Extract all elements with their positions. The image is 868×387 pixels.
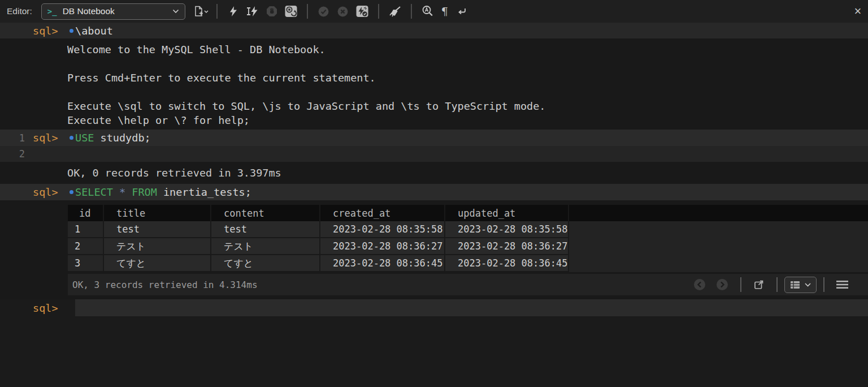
editor-label: Editor: [7, 6, 32, 16]
grid-view-icon [790, 280, 800, 290]
empty-editor-line[interactable]: 2 [0, 146, 868, 162]
sql-keyword: SELECT [75, 186, 113, 198]
current-line-highlight[interactable] [75, 299, 868, 316]
column-header-created-at[interactable]: created_at [320, 205, 445, 221]
use-result: OK, 0 records retrieved in 3.397ms [0, 162, 868, 184]
command-line-use[interactable]: 1 sql> USE studydb; [0, 130, 868, 146]
column-header-updated-at[interactable]: updated_at [445, 205, 569, 221]
sql-keyword: USE [75, 132, 94, 144]
table-cell[interactable]: テスト [211, 238, 320, 255]
row-filler [569, 255, 868, 272]
toolbar-separator [411, 4, 412, 19]
results-table: id title content created_at updated_at 1… [68, 205, 868, 295]
notebook-area: sql> \about Welcome to the MySQL Shell -… [0, 23, 868, 387]
stop-execution-button[interactable] [262, 3, 281, 20]
result-menu-button[interactable] [836, 280, 848, 290]
table-cell[interactable]: 2023-02-28 08:35:58 [320, 221, 445, 238]
find-button[interactable] [418, 3, 437, 20]
sql-prompt: sql> [33, 25, 68, 37]
sql-keyword: FROM [132, 186, 157, 198]
table-cell[interactable]: てすと [104, 255, 211, 272]
table-row[interactable]: 2 テスト テスト 2023-02-28 08:36:27 2023-02-28… [68, 238, 868, 255]
select-result: id title content created_at updated_at 1… [0, 200, 868, 299]
about-result: Welcome to the MySQL Shell - DB Notebook… [0, 38, 868, 130]
db-notebook-app: Editor: >_ DB Notebook [0, 0, 868, 387]
table-body: 1 test test 2023-02-28 08:35:58 2023-02-… [68, 221, 868, 272]
command-text: \about [75, 25, 113, 37]
terminal-icon: >_ [47, 7, 57, 16]
table-cell[interactable]: test [104, 221, 211, 238]
footer-separator [776, 277, 778, 292]
table-row[interactable]: 1 test test 2023-02-28 08:35:58 2023-02-… [68, 221, 868, 238]
word-wrap-button[interactable] [452, 3, 471, 20]
sql-prompt: sql> [33, 302, 68, 314]
column-header-id[interactable]: id [68, 205, 104, 221]
empty-area [0, 316, 868, 387]
result-line [67, 85, 868, 99]
result-line: Welcome to the MySQL Shell - DB Notebook… [67, 42, 868, 57]
column-header-title[interactable]: title [104, 205, 211, 221]
table-cell[interactable]: 2023-02-28 08:36:27 [445, 238, 569, 255]
command-line-select[interactable]: sql> SELECT * FROM inertia_tests; [0, 184, 868, 200]
status-text: OK, 3 records retrieved in 4.314ms [72, 280, 688, 290]
commit-button[interactable] [314, 3, 333, 20]
toolbar-separator [378, 4, 379, 19]
close-editor-button[interactable]: × [850, 6, 866, 17]
rollback-button[interactable] [333, 3, 353, 20]
statement-dot-icon [68, 136, 75, 140]
editor-toolbar: Editor: >_ DB Notebook [0, 0, 868, 23]
toolbar-separator [216, 4, 218, 19]
column-header-content[interactable]: content [211, 205, 320, 221]
autocommit-button[interactable] [353, 3, 372, 20]
table-cell[interactable]: test [211, 221, 320, 238]
pilcrow-icon: ¶ [441, 5, 448, 18]
table-cell[interactable]: 2023-02-28 08:36:45 [445, 255, 569, 272]
command-line-about[interactable]: sql> \about [0, 23, 868, 38]
chevron-down-icon [805, 283, 811, 287]
editor-selector-value: DB Notebook [63, 6, 172, 16]
editor-selector-dropdown[interactable]: >_ DB Notebook [41, 3, 185, 20]
result-status-bar: OK, 3 records retrieved in 4.314ms [68, 274, 868, 295]
command-text: studydb; [94, 132, 150, 144]
table-cell[interactable]: 3 [68, 255, 104, 272]
open-new-tab-button[interactable] [753, 279, 765, 290]
status-text: OK, 0 records retrieved in 3.397ms [67, 167, 281, 179]
result-line: Press Cmd+Enter to execute the current s… [67, 71, 868, 85]
close-icon: × [854, 4, 862, 18]
clean-editor-button[interactable] [385, 3, 405, 20]
table-cell[interactable]: てすと [211, 255, 320, 272]
result-line: Execute \sql to switch to SQL, \js to Ja… [67, 99, 868, 113]
previous-page-button[interactable] [693, 278, 706, 291]
execute-caret-button[interactable] [243, 3, 262, 20]
sql-prompt: sql> [33, 186, 68, 198]
table-header-row: id title content created_at updated_at [68, 205, 868, 221]
execute-all-button[interactable] [224, 3, 243, 20]
hamburger-icon [836, 280, 848, 290]
next-page-button[interactable] [716, 278, 728, 291]
table-cell[interactable]: 1 [68, 221, 104, 238]
table-cell[interactable]: 2023-02-28 08:35:58 [445, 221, 569, 238]
command-text: inertia_tests; [157, 186, 251, 198]
show-whitespace-button[interactable]: ¶ [437, 3, 452, 20]
command-line-current[interactable]: sql> [0, 299, 868, 316]
result-line [67, 57, 868, 71]
table-cell[interactable]: 2023-02-28 08:36:45 [320, 255, 445, 272]
result-line: Execute \help or \? for help; [67, 113, 868, 127]
new-script-button[interactable] [191, 3, 210, 20]
line-number: 2 [0, 148, 25, 160]
table-cell[interactable]: 2 [68, 238, 104, 255]
table-cell[interactable]: 2023-02-28 08:36:27 [320, 238, 445, 255]
footer-separator [740, 277, 741, 292]
view-style-button[interactable] [784, 277, 817, 293]
row-filler [569, 221, 868, 238]
sql-prompt: sql> [33, 132, 68, 144]
sql-star: * [113, 186, 132, 198]
table-row[interactable]: 3 てすと てすと 2023-02-28 08:36:45 2023-02-28… [68, 255, 868, 272]
footer-separator [823, 277, 824, 292]
toolbar-separator [307, 4, 308, 19]
chevron-down-icon [172, 9, 179, 14]
row-filler [569, 238, 868, 255]
statement-dot-icon [68, 190, 75, 194]
kill-query-button[interactable] [281, 3, 301, 20]
table-cell[interactable]: テスト [104, 238, 211, 255]
